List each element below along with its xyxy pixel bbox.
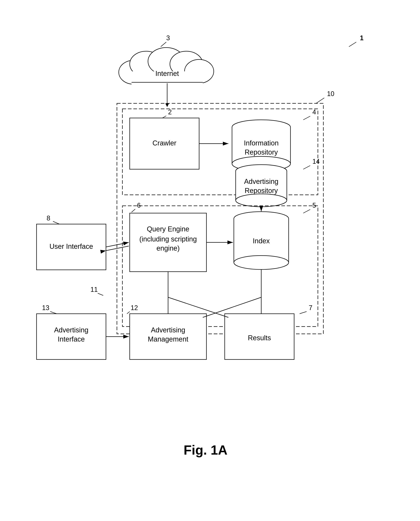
svg-line-13 [316,98,324,103]
internet-label: Internet [156,70,179,77]
adv-mgmt-label2: Management [148,335,188,343]
crawler-label: Crawler [153,139,176,147]
label-11: 11 [90,286,98,293]
info-repo-label2: Repository [245,148,278,156]
ui-to-qe-arrow [106,242,129,247]
query-engine-label2: (including scripting [139,235,197,243]
adv-repo-label2: Repository [245,187,278,194]
label-1: 1 [360,34,364,42]
index-bottom [234,256,289,270]
label-8: 8 [47,214,50,222]
adv-mgmt-label1: Advertising [151,326,185,334]
adv-repo-label: Advertising [244,178,278,185]
label-7: 7 [309,304,312,311]
query-engine-label3: engine) [157,244,180,252]
svg-line-31 [127,311,130,314]
label-10: 10 [327,90,334,98]
label-12: 12 [131,304,138,311]
svg-line-3 [161,42,166,47]
internet-cloud: Internet [119,47,214,86]
qe-to-ui-arrow [106,246,129,251]
adv-interface-label2: Interface [58,335,85,343]
adv-interface-label1: Advertising [54,326,88,334]
label-3: 3 [166,34,170,42]
svg-line-29 [98,293,103,295]
results-label: Results [248,334,271,342]
svg-line-24 [303,210,310,213]
label-6: 6 [137,202,141,209]
svg-line-15 [303,116,310,120]
query-engine-label1: Query Engine [147,225,189,233]
label-2: 2 [168,108,172,116]
svg-line-28 [53,221,59,224]
svg-marker-12 [165,103,169,107]
label-13: 13 [42,304,49,311]
svg-line-23 [132,209,135,212]
svg-line-19 [303,166,310,169]
index-label: Index [253,237,270,245]
svg-line-30 [50,311,57,314]
svg-line-2 [349,42,356,47]
figure-label: Fig. 1A [184,443,227,457]
diagram-container: text { font-family: Arial, sans-serif; }… [27,11,384,487]
info-repo-label: Information [244,139,279,147]
user-interface-label: User Interface [50,242,93,250]
label-14: 14 [312,158,320,165]
svg-line-32 [300,311,307,314]
adv-repo-bottom [236,194,287,207]
label-4: 4 [312,108,316,116]
label-5: 5 [312,202,316,209]
